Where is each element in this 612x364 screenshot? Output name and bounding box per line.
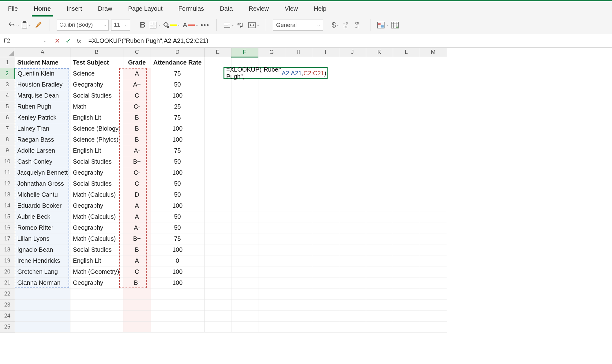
cell-E8[interactable] <box>204 134 231 145</box>
cell-E3[interactable] <box>204 79 231 90</box>
cell-M1[interactable] <box>420 57 447 68</box>
name-box[interactable]: F2⌵ <box>0 34 50 48</box>
row-head-12[interactable]: 12 <box>0 178 15 189</box>
col-head-L[interactable]: L <box>393 48 420 57</box>
cell-K16[interactable] <box>366 222 393 233</box>
cell-M3[interactable] <box>420 79 447 90</box>
cell-F14[interactable] <box>231 200 258 211</box>
cell-E20[interactable] <box>204 266 231 277</box>
cell-E10[interactable] <box>204 156 231 167</box>
cell-D22[interactable] <box>151 288 204 299</box>
accept-formula-icon[interactable]: ✓ <box>66 37 71 45</box>
cell-A11[interactable]: Jacquelyn Bennett <box>15 167 70 178</box>
cell-D2[interactable]: 75 <box>151 68 204 79</box>
cell-H16[interactable] <box>285 222 312 233</box>
cell-E5[interactable] <box>204 101 231 112</box>
increase-decimal-button[interactable]: ←0.00 <box>343 20 352 31</box>
cell-F15[interactable] <box>231 211 258 222</box>
cell-F11[interactable] <box>231 167 258 178</box>
cell-D23[interactable] <box>151 299 204 310</box>
row-head-18[interactable]: 18 <box>0 244 15 255</box>
cell-E2[interactable] <box>204 68 231 79</box>
cell-B7[interactable]: Science (Biology) <box>70 123 123 134</box>
cell-L17[interactable] <box>393 233 420 244</box>
col-head-G[interactable]: G <box>258 48 285 57</box>
row-head-13[interactable]: 13 <box>0 189 15 200</box>
cell-F24[interactable] <box>231 310 258 321</box>
cell-L19[interactable] <box>393 255 420 266</box>
formula-bar-input[interactable]: =XLOOKUP("Ruben Pugh",A2:A21,C2:C21) <box>85 37 612 44</box>
cell-B6[interactable]: English Lit <box>70 112 123 123</box>
cell-I8[interactable] <box>312 134 339 145</box>
cell-D15[interactable]: 50 <box>151 211 204 222</box>
cell-K20[interactable] <box>366 266 393 277</box>
cell-D3[interactable]: 50 <box>151 79 204 90</box>
number-format-select[interactable]: General⌵ <box>273 20 323 31</box>
cell-D11[interactable]: 100 <box>151 167 204 178</box>
cell-C3[interactable]: A+ <box>123 79 151 90</box>
cell-I18[interactable] <box>312 244 339 255</box>
cell-A12[interactable]: Johnathan Gross <box>15 178 70 189</box>
cell-M24[interactable] <box>420 310 447 321</box>
cell-L24[interactable] <box>393 310 420 321</box>
cell-B25[interactable] <box>70 321 123 332</box>
fx-icon[interactable]: fx <box>77 38 81 44</box>
cell-E23[interactable] <box>204 299 231 310</box>
row-head-10[interactable]: 10 <box>0 156 15 167</box>
cell-F22[interactable] <box>231 288 258 299</box>
cell-C7[interactable]: B <box>123 123 151 134</box>
cell-L5[interactable] <box>393 101 420 112</box>
menu-help[interactable]: Help <box>312 4 328 13</box>
cell-E22[interactable] <box>204 288 231 299</box>
row-head-3[interactable]: 3 <box>0 79 15 90</box>
col-head-D[interactable]: D <box>151 48 204 57</box>
row-head-15[interactable]: 15 <box>0 211 15 222</box>
cell-J8[interactable] <box>339 134 366 145</box>
cell-E18[interactable] <box>204 244 231 255</box>
cell-J16[interactable] <box>339 222 366 233</box>
cell-G21[interactable] <box>258 277 285 288</box>
cell-K19[interactable] <box>366 255 393 266</box>
cell-D20[interactable]: 100 <box>151 266 204 277</box>
cell-F18[interactable] <box>231 244 258 255</box>
cell-M20[interactable] <box>420 266 447 277</box>
cell-D18[interactable]: 100 <box>151 244 204 255</box>
spreadsheet-grid[interactable]: ABCDEFGHIJKLM1Student NameTest SubjectGr… <box>0 48 612 332</box>
cell-M13[interactable] <box>420 189 447 200</box>
cell-M9[interactable] <box>420 145 447 156</box>
cell-I19[interactable] <box>312 255 339 266</box>
cell-I17[interactable] <box>312 233 339 244</box>
cell-E12[interactable] <box>204 178 231 189</box>
cell-L11[interactable] <box>393 167 420 178</box>
cell-K14[interactable] <box>366 200 393 211</box>
cell-D5[interactable]: 25 <box>151 101 204 112</box>
cell-K5[interactable] <box>366 101 393 112</box>
more-font-button[interactable]: ••• <box>201 20 210 31</box>
cell-J18[interactable] <box>339 244 366 255</box>
cell-J13[interactable] <box>339 189 366 200</box>
cell-D4[interactable]: 100 <box>151 90 204 101</box>
menu-insert[interactable]: Insert <box>65 4 84 13</box>
cell-K8[interactable] <box>366 134 393 145</box>
cell-J4[interactable] <box>339 90 366 101</box>
cell-M23[interactable] <box>420 299 447 310</box>
cell-H19[interactable] <box>285 255 312 266</box>
cell-E25[interactable] <box>204 321 231 332</box>
cell-C12[interactable]: C <box>123 178 151 189</box>
cell-H25[interactable] <box>285 321 312 332</box>
cell-D17[interactable]: 75 <box>151 233 204 244</box>
cell-F10[interactable] <box>231 156 258 167</box>
cell-K23[interactable] <box>366 299 393 310</box>
cell-I21[interactable] <box>312 277 339 288</box>
cell-I24[interactable] <box>312 310 339 321</box>
format-as-table-button[interactable] <box>390 20 400 31</box>
cell-H3[interactable] <box>285 79 312 90</box>
cell-A19[interactable]: Irene Hendricks <box>15 255 70 266</box>
cell-A15[interactable]: Aubrie Beck <box>15 211 70 222</box>
cell-J15[interactable] <box>339 211 366 222</box>
cell-H22[interactable] <box>285 288 312 299</box>
cell-F20[interactable] <box>231 266 258 277</box>
cell-G15[interactable] <box>258 211 285 222</box>
cell-K10[interactable] <box>366 156 393 167</box>
menu-view[interactable]: View <box>283 4 300 13</box>
